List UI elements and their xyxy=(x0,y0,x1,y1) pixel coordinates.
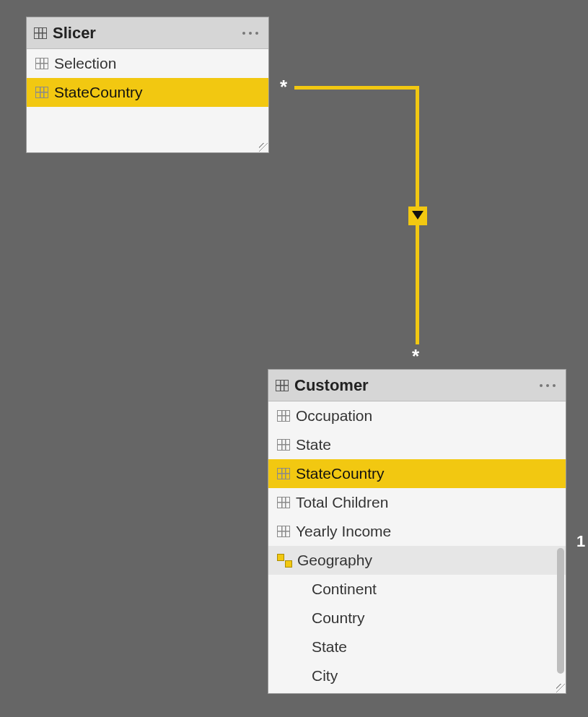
column-label: Yearly Income xyxy=(296,523,391,540)
column-label: Selection xyxy=(54,55,116,72)
table-title: Customer xyxy=(294,376,537,395)
table-icon xyxy=(276,380,289,391)
column-label: State xyxy=(312,638,347,656)
column-icon xyxy=(277,439,290,451)
more-options-icon[interactable] xyxy=(537,381,558,390)
cardinality-from: * xyxy=(280,77,287,96)
cardinality-to: * xyxy=(412,347,419,365)
column-label: City xyxy=(312,667,338,685)
resize-grip-icon[interactable] xyxy=(259,143,268,152)
table-rows-slicer: Selection StateCountry xyxy=(27,49,268,107)
table-header-customer[interactable]: Customer xyxy=(268,370,566,401)
table-row[interactable]: Selection xyxy=(27,49,268,78)
table-row[interactable]: Geography xyxy=(268,546,566,575)
column-label: Occupation xyxy=(296,407,372,425)
column-label: Total Children xyxy=(296,494,388,511)
column-label: Country xyxy=(312,609,365,627)
table-row[interactable]: StateCountry xyxy=(27,78,268,107)
table-row[interactable]: Yearly Income xyxy=(268,517,566,546)
scrollbar[interactable] xyxy=(557,548,564,674)
column-label: Continent xyxy=(312,581,377,598)
table-slicer[interactable]: Slicer Selection StateCountry xyxy=(26,17,269,153)
table-row[interactable]: City xyxy=(268,661,566,690)
column-label: StateCountry xyxy=(296,465,385,482)
table-row[interactable]: Occupation xyxy=(268,401,566,430)
table-row[interactable]: State xyxy=(268,430,566,459)
column-icon xyxy=(35,58,48,69)
relationship-line[interactable] xyxy=(294,86,419,90)
column-icon xyxy=(35,87,48,98)
column-icon xyxy=(277,526,290,537)
resize-grip-icon[interactable] xyxy=(556,684,565,692)
table-customer[interactable]: Customer Occupation State StateCountry T… xyxy=(268,369,566,694)
model-view-canvas[interactable]: Slicer Selection StateCountry Customer xyxy=(0,0,588,717)
table-row[interactable]: State xyxy=(268,633,566,661)
table-row[interactable]: Continent xyxy=(268,575,566,604)
column-label: Geography xyxy=(297,552,372,569)
table-header-slicer[interactable]: Slicer xyxy=(27,17,268,49)
column-label: State xyxy=(296,436,331,453)
column-icon xyxy=(277,468,290,479)
hierarchy-icon xyxy=(277,554,291,567)
column-icon xyxy=(277,410,290,422)
column-label: StateCountry xyxy=(54,84,143,101)
table-row[interactable]: Total Children xyxy=(268,488,566,517)
filter-direction-icon[interactable] xyxy=(408,207,427,225)
table-icon xyxy=(34,27,47,39)
more-options-icon[interactable] xyxy=(240,29,261,38)
cardinality-marker: 1 xyxy=(576,532,585,551)
table-rows-customer: Occupation State StateCountry Total Chil… xyxy=(268,401,566,690)
column-icon xyxy=(277,497,290,508)
table-row[interactable]: StateCountry xyxy=(268,459,566,488)
table-row[interactable]: Country xyxy=(268,604,566,633)
svg-marker-0 xyxy=(412,211,424,220)
table-title: Slicer xyxy=(53,24,240,43)
